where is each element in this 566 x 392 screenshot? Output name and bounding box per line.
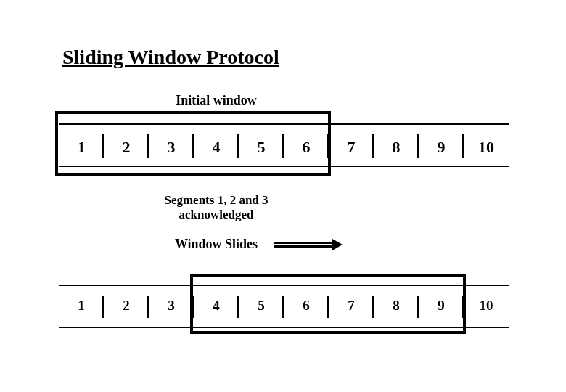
segment-number: 10	[464, 138, 509, 157]
segment-number: 9	[419, 138, 464, 157]
segment-number: 8	[374, 138, 419, 157]
arrow-bar	[274, 242, 332, 244]
label-initial-window: Initial window	[144, 93, 289, 108]
segment-cell: 7	[329, 123, 374, 166]
segment-cell: 9	[419, 123, 464, 166]
segment-number: 10	[464, 298, 509, 314]
segment-cell: 8	[374, 123, 419, 166]
segment-cell: 2	[104, 285, 149, 327]
segment-number: 7	[329, 138, 374, 157]
label-acknowledged: Segments 1, 2 and 3 acknowledged	[144, 193, 289, 223]
segment-cell: 10	[464, 285, 509, 327]
window-box-after-slide	[190, 274, 466, 334]
arrow-right-icon	[274, 242, 343, 248]
segment-cell: 10	[464, 123, 509, 166]
page-title: Sliding Window Protocol	[62, 46, 279, 69]
window-box-initial	[55, 111, 331, 176]
segment-number: 2	[104, 298, 149, 314]
segment-number: 3	[149, 298, 194, 314]
label-window-slides: Window Slides	[144, 237, 289, 252]
segment-cell: 3	[149, 285, 194, 327]
segment-cell: 1	[59, 285, 104, 327]
segment-number: 1	[59, 298, 104, 314]
arrow-head	[332, 239, 343, 250]
arrow-bar	[274, 245, 332, 248]
